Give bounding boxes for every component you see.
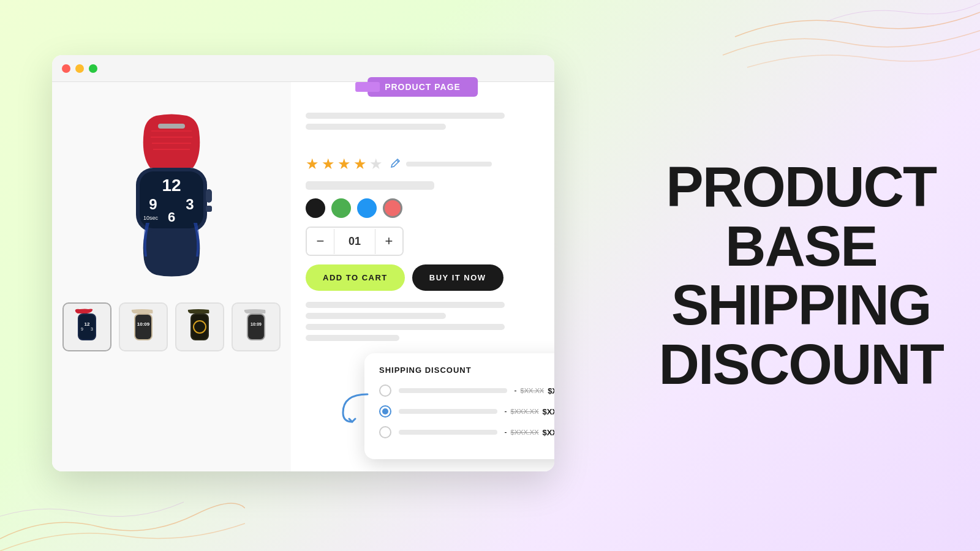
title-bar-2 bbox=[306, 124, 446, 130]
watch-svg: 12 9 3 6 10sec bbox=[92, 100, 251, 284]
svg-rect-13 bbox=[158, 124, 185, 129]
content-bar-1 bbox=[306, 302, 505, 308]
product-page-badge: PRODUCT PAGE bbox=[368, 77, 478, 97]
thumbnail-1[interactable]: 12 9 3 bbox=[62, 302, 111, 351]
swatch-black[interactable] bbox=[306, 198, 325, 218]
swatch-blue[interactable] bbox=[357, 198, 377, 218]
product-image-panel: 12 9 3 6 10sec bbox=[52, 82, 291, 471]
radio-1[interactable] bbox=[379, 384, 391, 397]
option-bar-1 bbox=[399, 388, 507, 393]
svg-text:9: 9 bbox=[81, 327, 83, 331]
popup-title: SHIPPING DISCOUNT bbox=[379, 365, 554, 375]
review-edit[interactable] bbox=[390, 159, 492, 170]
hero-line-4: DISCOUNT bbox=[659, 335, 943, 394]
svg-rect-20 bbox=[135, 315, 151, 339]
stars: ★ ★ ★ ★ ★ bbox=[306, 156, 383, 173]
svg-text:10sec: 10sec bbox=[143, 215, 159, 221]
action-buttons: ADD TO CART BUY IT NOW bbox=[306, 264, 540, 291]
product-details-panel: PRODUCT PAGE ★ ★ ★ ★ ★ bbox=[291, 82, 554, 471]
content-bar-4 bbox=[306, 335, 399, 341]
option-bar-3 bbox=[399, 430, 497, 435]
svg-text:12: 12 bbox=[85, 321, 90, 327]
option-price-1: - $XX.XX $X.XX bbox=[514, 386, 554, 395]
star-1: ★ bbox=[306, 156, 319, 173]
shipping-option-1[interactable]: - $XX.XX $X.XX bbox=[379, 384, 554, 397]
thumbnail-2[interactable]: 10:09 bbox=[119, 302, 168, 351]
discounted-price-2: $XX.XX bbox=[542, 407, 554, 416]
browser-content: 12 9 3 6 10sec bbox=[52, 82, 554, 471]
swatch-red[interactable] bbox=[383, 198, 402, 218]
star-4: ★ bbox=[353, 156, 367, 173]
svg-rect-8 bbox=[206, 206, 212, 212]
shipping-option-2[interactable]: - $XXX.XX $XX.XX bbox=[379, 405, 554, 418]
original-price-3: $XXX.XX bbox=[511, 429, 539, 436]
content-bars bbox=[306, 302, 540, 341]
svg-text:3: 3 bbox=[186, 196, 194, 212]
quantity-decrease[interactable]: − bbox=[307, 228, 334, 255]
svg-text:3: 3 bbox=[91, 327, 93, 331]
color-swatches bbox=[306, 198, 540, 218]
browser-dot-yellow[interactable] bbox=[75, 64, 84, 73]
option-price-3: - $XXX.XX $XX.XX bbox=[505, 428, 554, 437]
discounted-price-3: $XX.XX bbox=[542, 428, 554, 437]
option-price-2: - $XXX.XX $XX.XX bbox=[505, 407, 554, 416]
radio-2[interactable] bbox=[379, 405, 391, 418]
star-5: ★ bbox=[369, 156, 383, 173]
hero-line-2: BASE bbox=[659, 216, 943, 276]
discounted-price-1: $X.XX bbox=[548, 386, 554, 395]
browser-titlebar bbox=[52, 55, 554, 82]
hero-text: PRODUCT BASE SHIPPING DISCOUNT bbox=[659, 157, 943, 394]
svg-rect-26 bbox=[248, 315, 264, 339]
price-bar bbox=[306, 181, 434, 190]
svg-rect-7 bbox=[206, 189, 212, 203]
content-bar-2 bbox=[306, 313, 446, 319]
title-bar-1 bbox=[306, 113, 505, 119]
svg-text:10:09: 10:09 bbox=[137, 321, 150, 327]
option-bar-2 bbox=[399, 409, 497, 414]
browser-dot-green[interactable] bbox=[89, 64, 97, 73]
svg-text:12: 12 bbox=[162, 176, 181, 195]
stars-row: ★ ★ ★ ★ ★ bbox=[306, 156, 540, 173]
main-product-image: 12 9 3 6 10sec bbox=[86, 94, 257, 290]
browser-dot-red[interactable] bbox=[62, 64, 70, 73]
hero-line-1: PRODUCT bbox=[659, 157, 943, 217]
shipping-option-3[interactable]: - $XXX.XX $XX.XX bbox=[379, 426, 554, 438]
radio-3[interactable] bbox=[379, 426, 391, 438]
star-2: ★ bbox=[322, 156, 335, 173]
original-price-1: $XX.XX bbox=[521, 387, 545, 394]
svg-text:9: 9 bbox=[149, 196, 157, 212]
swatch-green[interactable] bbox=[331, 198, 351, 218]
quantity-value: 01 bbox=[334, 229, 375, 254]
svg-text:6: 6 bbox=[168, 209, 175, 225]
thumbnail-3[interactable] bbox=[175, 302, 224, 351]
add-to-cart-button[interactable]: ADD TO CART bbox=[306, 264, 405, 291]
quantity-row: − 01 + bbox=[306, 227, 404, 256]
popup-arrow bbox=[340, 388, 371, 425]
content-bar-3 bbox=[306, 324, 505, 330]
buy-now-button[interactable]: BUY IT NOW bbox=[412, 264, 503, 291]
review-bar bbox=[406, 162, 492, 167]
thumbnail-4[interactable]: 10:09 bbox=[232, 302, 281, 351]
browser-window: 12 9 3 6 10sec bbox=[52, 55, 554, 471]
svg-text:10:09: 10:09 bbox=[251, 322, 262, 326]
shipping-discount-popup: SHIPPING DISCOUNT - $XX.XX $X.XX bbox=[364, 353, 554, 459]
hero-line-3: SHIPPING bbox=[659, 276, 943, 335]
original-price-2: $XXX.XX bbox=[511, 408, 539, 415]
thumbnail-row: 12 9 3 10:09 bbox=[62, 302, 281, 351]
quantity-increase[interactable]: + bbox=[375, 228, 402, 255]
star-3: ★ bbox=[337, 156, 351, 173]
